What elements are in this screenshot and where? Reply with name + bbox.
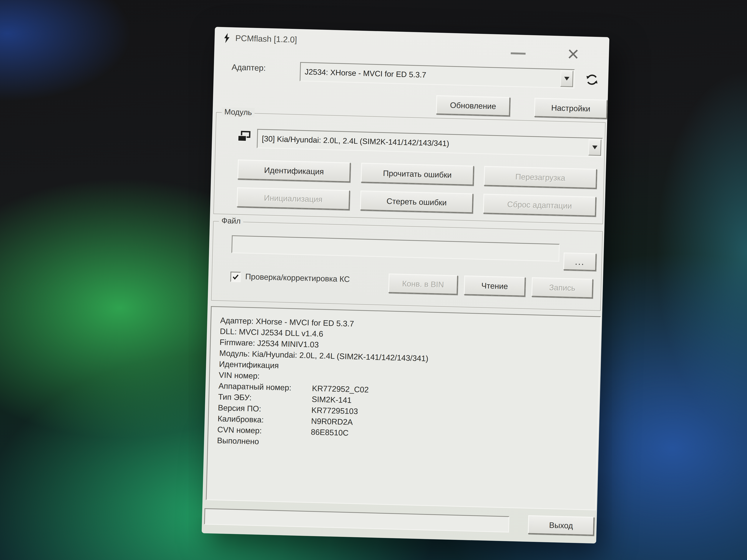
initialize-button: Инициализация	[237, 187, 350, 210]
adapter-combobox[interactable]: J2534: XHorse - MVCI for ED 5.3.7	[300, 62, 575, 88]
file-path-value	[233, 236, 559, 250]
chevron-down-icon	[592, 145, 597, 150]
pcmflash-window: PCMflash [1.2.0] × Адаптер: J2534: XHors…	[202, 27, 609, 543]
window-title: PCMflash [1.2.0]	[235, 33, 297, 45]
minimize-button[interactable]	[511, 52, 525, 55]
module-combobox[interactable]: [30] Kia/Hyundai: 2.0L, 2.4L (SIM2K-141/…	[257, 129, 603, 157]
adapter-refresh-button[interactable]	[584, 72, 600, 87]
reboot-button: Перезагрузка	[484, 166, 597, 188]
cascade-windows-icon	[235, 128, 252, 144]
browse-button[interactable]: ...	[563, 252, 596, 271]
module-combobox-value: [30] Kia/Hyundai: 2.0L, 2.4L (SIM2K-141/…	[258, 130, 588, 156]
file-groupbox: Файл ... Проверка/корректировка КС Конв.…	[211, 221, 603, 311]
file-group-legend: Файл	[219, 216, 243, 225]
module-list-button[interactable]	[235, 128, 252, 144]
read-errors-button[interactable]: Прочитать ошибки	[361, 163, 474, 185]
checksum-checkbox-label[interactable]: Проверка/корректировка КС	[245, 272, 350, 284]
convert-to-bin-button: Конв. в BIN	[388, 273, 458, 295]
settings-button[interactable]: Настройки	[534, 98, 608, 118]
read-button[interactable]: Чтение	[464, 275, 525, 296]
module-groupbox: Модуль [30] Kia/Hyundai: 2.0L, 2.4L (SIM…	[213, 112, 606, 224]
photo-of-monitor: { "colors": { "window_bg": "#e7e8e4", "t…	[0, 0, 747, 560]
checksum-checkbox[interactable]	[230, 272, 241, 282]
progress-bar	[204, 508, 510, 532]
log-output-panel: Адаптер: XHorse - MVCI for ED 5.3.7 DLL:…	[206, 306, 601, 510]
write-button: Запись	[531, 277, 593, 298]
close-button[interactable]: ×	[567, 44, 579, 64]
chevron-down-icon	[564, 77, 569, 81]
update-button[interactable]: Обновление	[436, 95, 510, 116]
refresh-icon	[584, 72, 600, 87]
module-dropdown-button[interactable]	[588, 139, 601, 156]
app-lightning-icon	[222, 33, 232, 44]
module-group-legend: Модуль	[222, 107, 255, 117]
adapter-dropdown-button[interactable]	[560, 70, 573, 87]
identify-button[interactable]: Идентификация	[237, 159, 351, 182]
adapter-label: Адаптер:	[232, 62, 266, 73]
erase-errors-button[interactable]: Стереть ошибки	[360, 191, 473, 213]
adapter-combobox-value: J2534: XHorse - MVCI for ED 5.3.7	[301, 63, 560, 87]
exit-button[interactable]: Выход	[528, 515, 594, 535]
checkmark-icon	[232, 273, 239, 281]
file-path-input[interactable]	[231, 235, 560, 262]
reset-adaptation-button: Сброс адаптации	[483, 194, 596, 216]
